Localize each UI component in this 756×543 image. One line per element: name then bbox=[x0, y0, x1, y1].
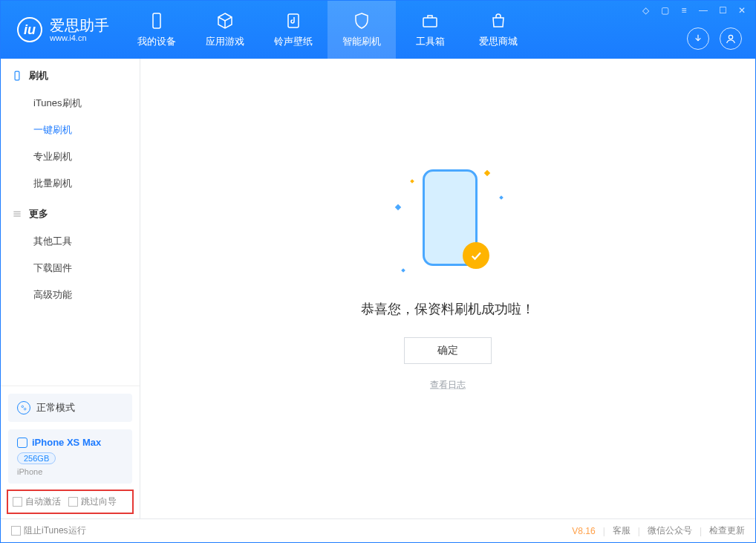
support-link[interactable]: 客服 bbox=[613, 524, 630, 537]
tab-toolbox[interactable]: 工具箱 bbox=[396, 1, 464, 59]
svg-point-8 bbox=[22, 406, 24, 408]
sidebar-item-other-tools[interactable]: 其他工具 bbox=[1, 228, 140, 255]
skip-guide-checkbox[interactable]: 跳过向导 bbox=[68, 495, 117, 508]
shirt-icon[interactable]: ◇ bbox=[639, 5, 651, 16]
block-itunes-checkbox[interactable]: 阻止iTunes运行 bbox=[11, 524, 86, 537]
ok-button[interactable]: 确定 bbox=[404, 337, 492, 364]
sidebar-item-batch-flash[interactable]: 批量刷机 bbox=[1, 170, 140, 197]
storage-badge: 256GB bbox=[17, 452, 56, 464]
success-message: 恭喜您，保资料刷机成功啦！ bbox=[361, 300, 535, 318]
tab-label: 铃声壁纸 bbox=[274, 35, 313, 48]
tab-ringtone-wallpaper[interactable]: 铃声壁纸 bbox=[259, 1, 328, 59]
wechat-link[interactable]: 微信公众号 bbox=[648, 524, 692, 537]
success-illustration bbox=[388, 163, 507, 282]
check-icon bbox=[463, 242, 489, 269]
svg-rect-4 bbox=[15, 71, 19, 80]
maximize-icon[interactable]: ☐ bbox=[717, 5, 729, 16]
app-window: iu 爱思助手 www.i4.cn 我的设备 应用游戏 铃声壁纸 智能刷机 bbox=[0, 0, 756, 543]
sidebar-bottom: 正常模式 iPhone XS Max 256GB iPhone 自动激活 跳过向… bbox=[1, 386, 140, 518]
body: 刷机 iTunes刷机 一键刷机 专业刷机 批量刷机 更多 其他工具 下载固件 … bbox=[1, 59, 755, 518]
svg-rect-2 bbox=[423, 18, 437, 27]
tab-my-device[interactable]: 我的设备 bbox=[123, 1, 191, 59]
header: iu 爱思助手 www.i4.cn 我的设备 应用游戏 铃声壁纸 智能刷机 bbox=[1, 1, 755, 59]
skip-guide-label: 跳过向导 bbox=[81, 496, 117, 507]
minimize-icon[interactable]: — bbox=[697, 5, 709, 16]
view-log-link[interactable]: 查看日志 bbox=[430, 379, 466, 391]
device-small-icon bbox=[17, 438, 27, 448]
device-name-row: iPhone XS Max bbox=[17, 437, 123, 448]
bag-icon bbox=[489, 11, 508, 30]
phone-icon bbox=[11, 70, 23, 82]
sidebar: 刷机 iTunes刷机 一键刷机 专业刷机 批量刷机 更多 其他工具 下载固件 … bbox=[1, 59, 140, 518]
device-name: iPhone XS Max bbox=[32, 437, 101, 448]
top-tabs: 我的设备 应用游戏 铃声壁纸 智能刷机 工具箱 爱思商城 bbox=[123, 1, 532, 59]
box-icon[interactable]: ▢ bbox=[659, 5, 671, 16]
app-name: 爱思助手 bbox=[50, 17, 109, 33]
mode-label: 正常模式 bbox=[36, 401, 75, 414]
svg-rect-0 bbox=[153, 13, 160, 28]
cube-icon bbox=[215, 11, 235, 30]
mode-icon bbox=[17, 401, 30, 414]
app-site: www.i4.cn bbox=[50, 33, 109, 42]
section-title: 刷机 bbox=[29, 69, 48, 82]
tab-label: 智能刷机 bbox=[342, 35, 381, 48]
list-icon bbox=[11, 208, 23, 220]
section-title: 更多 bbox=[29, 207, 48, 221]
window-controls: ◇ ▢ ≡ — ☐ ✕ bbox=[639, 5, 748, 16]
sidebar-item-download-firmware[interactable]: 下载固件 bbox=[1, 255, 140, 282]
profile-button[interactable] bbox=[720, 27, 742, 50]
section-flash: 刷机 bbox=[1, 59, 140, 90]
footer: 阻止iTunes运行 V8.16 | 客服 | 微信公众号 | 检查更新 bbox=[1, 518, 755, 542]
version: V8.16 bbox=[572, 526, 595, 536]
svg-point-9 bbox=[24, 408, 26, 410]
mode-box[interactable]: 正常模式 bbox=[8, 394, 132, 422]
tab-label: 爱思商城 bbox=[479, 35, 518, 48]
section-more: 更多 bbox=[1, 197, 140, 228]
tab-label: 应用游戏 bbox=[206, 35, 244, 48]
sidebar-item-oneclick-flash[interactable]: 一键刷机 bbox=[1, 117, 140, 143]
header-actions bbox=[687, 27, 742, 50]
sidebar-item-pro-flash[interactable]: 专业刷机 bbox=[1, 143, 140, 170]
shield-icon bbox=[352, 11, 371, 30]
options-highlight: 自动激活 跳过向导 bbox=[7, 490, 134, 514]
check-update-link[interactable]: 检查更新 bbox=[709, 524, 745, 537]
close-icon[interactable]: ✕ bbox=[736, 5, 748, 16]
logo-icon: iu bbox=[17, 17, 42, 42]
auto-activate-label: 自动激活 bbox=[25, 496, 61, 507]
svg-point-3 bbox=[729, 35, 732, 39]
music-file-icon bbox=[284, 11, 303, 30]
sidebar-item-itunes-flash[interactable]: iTunes刷机 bbox=[1, 90, 140, 117]
svg-rect-1 bbox=[288, 14, 299, 27]
logo: iu 爱思助手 www.i4.cn bbox=[1, 17, 123, 42]
auto-activate-checkbox[interactable]: 自动激活 bbox=[13, 495, 61, 508]
briefcase-icon bbox=[420, 11, 440, 30]
tab-store[interactable]: 爱思商城 bbox=[464, 1, 532, 59]
tab-smart-flash[interactable]: 智能刷机 bbox=[328, 1, 396, 59]
block-itunes-label: 阻止iTunes运行 bbox=[24, 525, 86, 536]
tab-apps-games[interactable]: 应用游戏 bbox=[191, 1, 259, 59]
tab-label: 工具箱 bbox=[416, 35, 445, 48]
device-type: iPhone bbox=[17, 467, 123, 476]
menu-icon[interactable]: ≡ bbox=[678, 5, 690, 16]
device-icon bbox=[147, 11, 166, 30]
sidebar-item-advanced[interactable]: 高级功能 bbox=[1, 282, 140, 308]
main-content: 恭喜您，保资料刷机成功啦！ 确定 查看日志 bbox=[140, 59, 755, 518]
download-button[interactable] bbox=[687, 27, 709, 50]
tab-label: 我的设备 bbox=[137, 35, 176, 48]
device-box[interactable]: iPhone XS Max 256GB iPhone bbox=[8, 429, 132, 484]
